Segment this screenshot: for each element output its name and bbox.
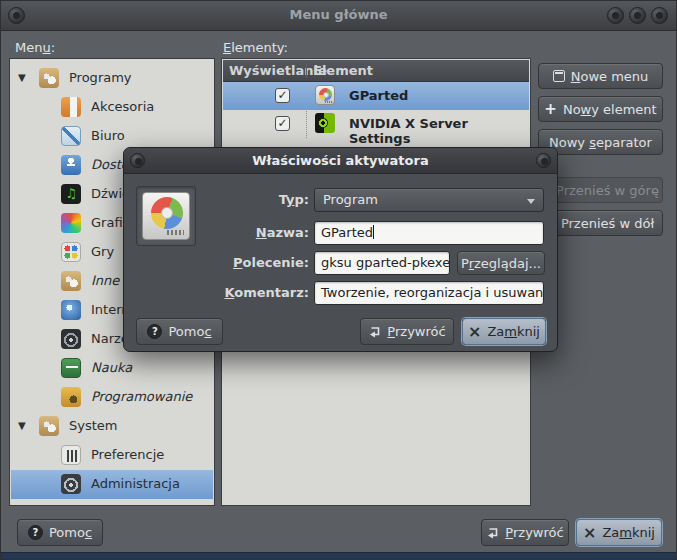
accessibility-icon <box>61 155 81 175</box>
new-item-button[interactable]: + Nowy element <box>538 96 663 122</box>
expander-icon[interactable]: ▼ <box>18 72 26 83</box>
games-icon <box>61 242 81 262</box>
accessories-icon <box>61 97 81 117</box>
text-caret <box>373 225 374 239</box>
gparted-icon <box>315 85 335 105</box>
tools-icon <box>61 329 81 349</box>
type-label: Typ: <box>184 192 309 207</box>
help-button[interactable]: ? Pomoc <box>17 519 103 546</box>
close-icon: × <box>583 525 596 541</box>
folder-system-icon <box>39 416 59 436</box>
tree-item-preferencje[interactable]: Preferencje <box>11 441 213 470</box>
nvidia-icon <box>315 113 335 133</box>
dialog-title: Właściwości aktywatora <box>124 153 557 168</box>
tree-item-akcesoria[interactable]: Akcesoria <box>11 93 213 122</box>
elements-section-label: Elementy: <box>223 40 288 55</box>
comment-input[interactable]: Tworzenie, reorganizacja i usuwanie part… <box>314 281 544 305</box>
administration-icon <box>61 474 81 494</box>
development-icon <box>61 387 81 407</box>
preferences-icon <box>61 445 81 465</box>
new-menu-icon <box>553 70 565 82</box>
internet-icon <box>61 300 81 320</box>
education-icon <box>61 358 81 378</box>
other-folder-icon <box>61 271 81 291</box>
comment-label: Komentarz: <box>184 285 309 300</box>
tree-item-administracja[interactable]: Administracja <box>11 470 213 499</box>
tree-item-system[interactable]: ▼ System <box>11 412 213 441</box>
revert-button[interactable]: Przywróć <box>481 519 569 546</box>
launcher-properties-dialog: Właściwości aktywatora Typ: Program Nazw… <box>123 147 558 352</box>
browse-button[interactable]: Przeglądaj... <box>457 251 545 275</box>
revert-icon <box>486 526 499 539</box>
list-row-nvidia[interactable]: NVIDIA X Server Settings <box>223 110 529 138</box>
dialog-close-action-button[interactable]: × Zamknij <box>462 318 546 345</box>
main-window: Menu główne Menu: Elementy: ▼ Programy A… <box>0 0 677 560</box>
window-bottom-edge <box>1 552 676 559</box>
list-header[interactable]: Wyświetlanie Element <box>223 60 529 82</box>
show-checkbox[interactable] <box>275 116 290 131</box>
sound-icon: ♫ <box>61 184 81 204</box>
menu-section-label: Menu: <box>15 40 55 55</box>
column-header-element[interactable]: Element <box>306 63 373 78</box>
window-title: Menu główne <box>1 7 676 22</box>
graphics-icon <box>61 213 81 233</box>
dialog-titlebar[interactable]: Właściwości aktywatora <box>124 148 557 174</box>
type-select[interactable]: Program <box>314 188 544 212</box>
help-icon: ? <box>147 324 162 339</box>
expander-icon[interactable]: ▼ <box>18 420 26 431</box>
list-row-gparted[interactable]: GParted <box>223 82 529 110</box>
maximize-button[interactable] <box>629 7 646 24</box>
dialog-close-button[interactable] <box>536 153 551 168</box>
minimize-button[interactable] <box>607 7 624 24</box>
help-icon: ? <box>28 525 43 540</box>
name-label: Nazwa: <box>184 225 309 240</box>
new-menu-button[interactable]: Nowe menu <box>538 63 663 89</box>
close-icon: × <box>468 324 481 340</box>
name-input[interactable]: GParted <box>314 221 544 245</box>
close-button[interactable] <box>651 7 668 24</box>
gparted-icon <box>142 192 190 240</box>
tree-item-programowanie[interactable]: Programowanie <box>11 383 213 412</box>
main-titlebar[interactable]: Menu główne <box>1 1 676 31</box>
command-input[interactable]: gksu gparted-pkexec <box>314 251 450 275</box>
close-window-button[interactable]: × Zamknij <box>576 519 662 546</box>
office-icon <box>61 126 81 146</box>
show-checkbox[interactable] <box>275 88 290 103</box>
dialog-help-button[interactable]: ? Pomoc <box>136 318 223 345</box>
folder-apps-icon <box>39 68 59 88</box>
dialog-revert-button[interactable]: Przywróć <box>360 318 454 345</box>
revert-icon <box>368 325 381 338</box>
command-label: Polecenie: <box>184 255 309 270</box>
tree-item-programy[interactable]: ▼ Programy <box>11 64 213 93</box>
tree-item-nauka[interactable]: Nauka <box>11 354 213 383</box>
chevron-down-icon <box>527 199 535 204</box>
plus-icon: + <box>544 102 557 117</box>
